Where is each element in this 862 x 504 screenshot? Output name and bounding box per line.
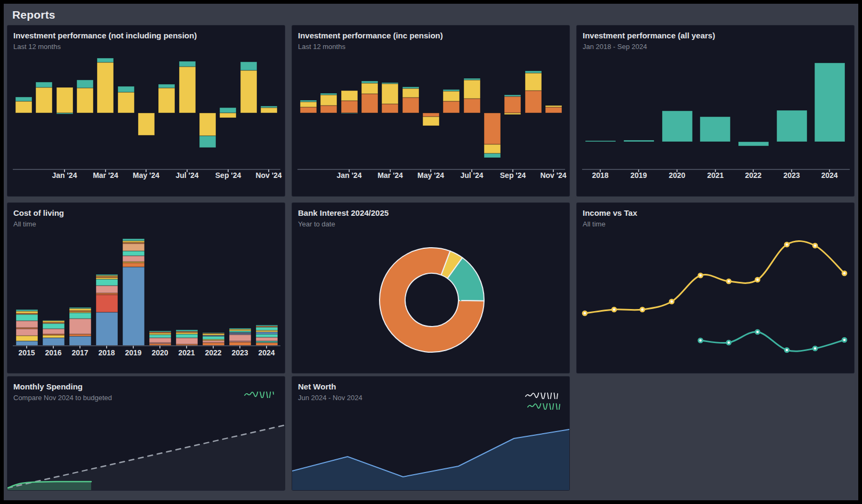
panel-title[interactable]: Bank Interest 2024/2025 [298, 208, 563, 217]
svg-text:Mar '24: Mar '24 [377, 171, 403, 180]
svg-text:2024: 2024 [821, 171, 837, 180]
svg-text:2024: 2024 [258, 348, 275, 357]
svg-text:2020: 2020 [668, 171, 685, 180]
panel-title[interactable]: Investment performance (all years) [583, 31, 848, 40]
panel-title[interactable]: Investment performance (not including pe… [13, 31, 279, 40]
svg-text:2021: 2021 [178, 348, 195, 357]
page-title: Reports [12, 9, 55, 21]
panel-net-worth[interactable]: Net Worth Jun 2024 - Nov 2024 [292, 377, 569, 490]
green-sparkline-icon [244, 392, 276, 398]
svg-text:Jul '24: Jul '24 [460, 171, 483, 180]
income-vs-tax-line-chart[interactable] [577, 203, 854, 373]
svg-text:Jul '24: Jul '24 [175, 171, 198, 180]
svg-text:2015: 2015 [18, 348, 35, 357]
panel-investment-ex-pension[interactable]: Investment performance (not including pe… [7, 26, 285, 196]
svg-text:Nov '24: Nov '24 [255, 171, 281, 180]
panel-income-vs-tax[interactable]: Income vs Tax All time [577, 203, 854, 373]
cost-of-living-bar-chart[interactable]: 2015201620172018201920202021202220232024 [7, 203, 285, 373]
green-sparkline-icon [527, 403, 560, 410]
svg-text:Sep '24: Sep '24 [500, 171, 526, 180]
svg-text:2022: 2022 [205, 348, 221, 357]
panel-title[interactable]: Income vs Tax [583, 208, 848, 217]
panel-title[interactable]: Cost of living [13, 208, 279, 217]
dashboard-canvas: Reports Investment performance (not incl… [4, 4, 858, 500]
svg-text:2016: 2016 [45, 348, 61, 357]
panel-title[interactable]: Investment performance (inc pension) [298, 31, 563, 40]
svg-text:2021: 2021 [707, 171, 723, 180]
white-sparkline-icon [525, 393, 560, 399]
panel-title[interactable]: Net Worth [298, 382, 563, 391]
investment-all-years-bar-chart[interactable]: 2018201920202021202220232024 [577, 26, 854, 196]
svg-text:2020: 2020 [151, 348, 168, 357]
page-header: Reports [4, 4, 858, 26]
investment-inc-pension-bar-chart[interactable]: Jan '24Mar '24May '24Jul '24Sep '24Nov '… [292, 26, 569, 196]
svg-text:2019: 2019 [630, 171, 647, 180]
svg-text:2023: 2023 [783, 171, 800, 180]
svg-text:2018: 2018 [98, 348, 115, 357]
panel-cost-of-living[interactable]: Cost of living All time 2015201620172018… [7, 203, 285, 373]
svg-text:Mar '24: Mar '24 [93, 171, 118, 180]
svg-text:Jan '24: Jan '24 [337, 171, 362, 180]
investment-ex-pension-bar-chart[interactable]: Jan '24Mar '24May '24Jul '24Sep '24Nov '… [7, 26, 285, 196]
panel-title[interactable]: Monthly Spending [13, 382, 279, 391]
svg-text:Sep '24: Sep '24 [215, 171, 241, 180]
svg-text:2023: 2023 [231, 348, 248, 357]
panel-monthly-spending[interactable]: Monthly Spending Compare Nov 2024 to bud… [7, 377, 285, 490]
svg-text:May '24: May '24 [417, 171, 444, 180]
monthly-spending-area-chart[interactable] [7, 377, 285, 490]
svg-text:2017: 2017 [71, 348, 88, 357]
svg-text:2022: 2022 [745, 171, 761, 180]
svg-text:2018: 2018 [592, 171, 608, 180]
svg-text:Jan '24: Jan '24 [52, 171, 77, 180]
dashboard-page: Reports Investment performance (not incl… [0, 0, 862, 504]
svg-text:2019: 2019 [125, 348, 141, 357]
panel-investment-all-years[interactable]: Investment performance (all years) Jan 2… [577, 26, 854, 196]
svg-text:Nov '24: Nov '24 [540, 171, 566, 180]
panel-investment-inc-pension[interactable]: Investment performance (inc pension) Las… [292, 26, 569, 196]
bank-interest-donut-chart[interactable] [292, 203, 569, 373]
svg-text:May '24: May '24 [133, 171, 159, 180]
panel-bank-interest[interactable]: Bank Interest 2024/2025 Year to date [292, 203, 569, 373]
